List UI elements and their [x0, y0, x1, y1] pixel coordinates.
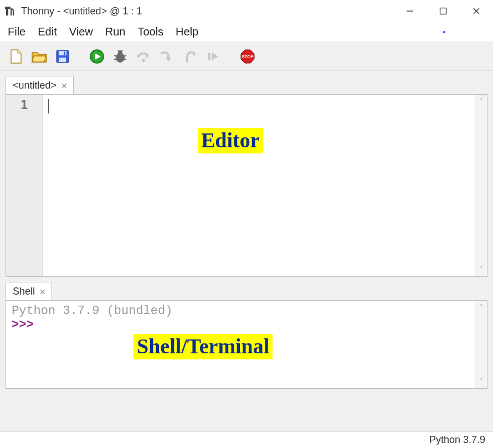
svg-marker-28 — [212, 53, 218, 60]
shell-annotation: Shell/Terminal — [133, 334, 273, 359]
menu-run[interactable]: Run — [101, 23, 130, 40]
scroll-down-icon[interactable]: ˅ — [479, 377, 483, 386]
text-cursor-icon — [48, 99, 49, 114]
shell-textarea[interactable]: Python 3.7.9 (bundled) >>> Shell/Termina… — [6, 301, 475, 388]
editor-gutter: 1 — [6, 95, 43, 276]
stop-icon[interactable]: STOP — [239, 48, 256, 65]
svg-text:STOP: STOP — [242, 54, 254, 59]
svg-marker-23 — [166, 58, 171, 61]
svg-point-21 — [142, 59, 145, 62]
shell-prompt: >>> — [12, 318, 469, 332]
shell-tab-label: Shell — [13, 286, 35, 297]
resume-icon[interactable] — [205, 48, 222, 65]
run-icon[interactable] — [89, 48, 105, 65]
menu-edit[interactable]: Edit — [33, 23, 61, 40]
scroll-up-icon[interactable]: ˄ — [479, 97, 483, 106]
line-number: 1 — [6, 98, 42, 112]
window-controls — [393, 0, 493, 22]
notification-dot-icon — [443, 31, 445, 33]
step-over-icon[interactable] — [135, 48, 152, 65]
shell-banner: Python 3.7.9 (bundled) — [12, 304, 469, 318]
editor-panel: <untitled> ✕ 1 Editor ˄ ˅ — [6, 75, 487, 277]
open-file-icon[interactable] — [31, 48, 48, 65]
scroll-up-icon[interactable]: ˄ — [479, 303, 483, 312]
svg-rect-8 — [59, 58, 66, 62]
new-file-icon[interactable] — [8, 48, 24, 65]
shell-panel: Shell ✕ Python 3.7.9 (bundled) >>> Shell… — [6, 281, 487, 389]
shell-tab[interactable]: Shell ✕ — [6, 282, 52, 301]
titlebar: Thonny - <untitled> @ 1 : 1 — [0, 0, 493, 22]
scroll-down-icon[interactable]: ˅ — [479, 265, 483, 274]
close-button[interactable] — [460, 0, 493, 22]
svg-point-26 — [186, 60, 188, 63]
menubar: File Edit View Run Tools Help — [0, 22, 493, 42]
menu-help[interactable]: Help — [171, 23, 203, 40]
toolbar: STOP — [0, 42, 493, 71]
svg-rect-3 — [440, 8, 446, 14]
editor-scrollbar[interactable]: ˄ ˅ — [475, 95, 487, 276]
minimize-button[interactable] — [393, 0, 427, 22]
save-icon[interactable] — [54, 48, 71, 65]
svg-rect-1 — [5, 7, 11, 9]
svg-line-18 — [118, 50, 119, 52]
debug-icon[interactable] — [112, 48, 129, 65]
maximize-button[interactable] — [427, 0, 460, 22]
menu-file[interactable]: File — [3, 23, 30, 40]
svg-rect-9 — [64, 52, 65, 55]
editor-tab[interactable]: <untitled> ✕ — [6, 76, 74, 95]
svg-rect-27 — [208, 53, 210, 60]
window-title: Thonny - <untitled> @ 1 : 1 — [21, 6, 142, 17]
close-tab-icon[interactable]: ✕ — [61, 81, 68, 90]
step-into-icon[interactable] — [158, 48, 175, 65]
menu-tools[interactable]: Tools — [133, 23, 168, 40]
editor-tab-label: <untitled> — [13, 80, 57, 91]
editor-annotation: Editor — [198, 128, 263, 153]
step-out-icon[interactable] — [182, 48, 198, 65]
statusbar: Python 3.7.9 — [0, 431, 493, 448]
close-shell-tab-icon[interactable]: ✕ — [39, 287, 46, 296]
thonny-app-icon — [4, 5, 17, 17]
interpreter-label[interactable]: Python 3.7.9 — [429, 434, 485, 446]
menu-view[interactable]: View — [65, 23, 97, 40]
editor-textarea[interactable]: Editor — [43, 95, 475, 276]
shell-scrollbar[interactable]: ˄ ˅ — [475, 301, 487, 388]
svg-line-19 — [121, 50, 122, 52]
